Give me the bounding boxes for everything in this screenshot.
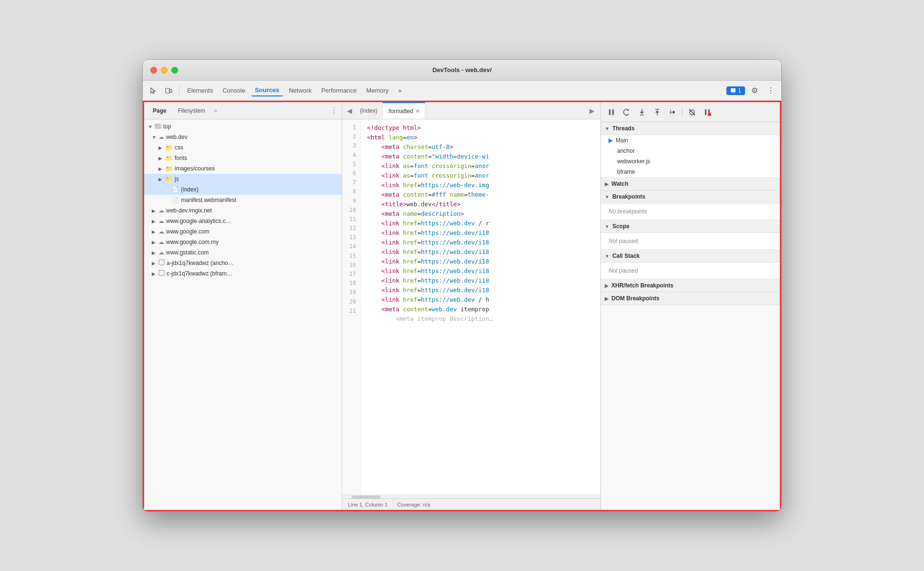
arrow-google: ▶: [152, 229, 158, 234]
label-index: (index): [181, 186, 199, 193]
file-icon-index: 📄: [172, 186, 179, 193]
label-images: images/courses: [175, 165, 215, 172]
tree-item-top[interactable]: ▼ top: [144, 121, 342, 132]
code-line-8: <meta content=#fff name=theme-: [367, 190, 595, 200]
line-num-1: 1: [346, 123, 356, 132]
tree-item-google[interactable]: ▶ ☁ www.google.com: [144, 226, 342, 237]
square-icon-anchor: [158, 259, 165, 267]
svg-rect-7: [612, 109, 614, 115]
window-title: DevTools - web.dev/: [432, 66, 492, 74]
maximize-button[interactable]: [171, 67, 178, 74]
threads-content: ▶ Main anchor webworker.js bframe: [601, 135, 780, 178]
editor-tabs: ◀ (index) :formatted ✕ ▶: [342, 102, 600, 119]
step-into-button[interactable]: [635, 106, 649, 119]
label-imgix: web-dev.imgix.net: [166, 207, 212, 214]
arrow-googlemy: ▶: [152, 240, 158, 245]
device-toolbar-icon[interactable]: [162, 84, 175, 97]
traffic-lights: [150, 67, 178, 74]
breakpoints-section-header[interactable]: ▼ Breakpoints: [601, 190, 780, 203]
code-line-6: <link as=font crossorigin=anor: [367, 171, 595, 180]
watch-section-header[interactable]: ▶ Watch: [601, 178, 780, 190]
code-line-17: <link href=https://web.dev/i18: [367, 276, 595, 286]
callstack-arrow: ▼: [605, 254, 609, 259]
cloud-icon-imgix: ☁: [158, 207, 164, 214]
tree-item-googlemy[interactable]: ▶ ☁ www.google.com.my: [144, 237, 342, 247]
thread-main[interactable]: ▶ Main: [601, 135, 780, 146]
folder-icon-css: 📁: [165, 144, 173, 151]
line-num-20: 20: [346, 297, 356, 307]
nav-back-icon[interactable]: ◀: [344, 105, 355, 116]
thread-webworker[interactable]: webworker.js: [601, 156, 780, 167]
pause-button[interactable]: [605, 106, 618, 119]
callstack-section-header[interactable]: ▼ Call Stack: [601, 250, 780, 263]
arrow-images: ▶: [158, 166, 165, 171]
horizontal-scrollbar[interactable]: [342, 495, 600, 498]
panel-menu-icon[interactable]: ⋮: [330, 106, 338, 115]
tree-item-bframe[interactable]: ▶ c-jdx1q7kwadwz (bfram…: [144, 268, 342, 279]
tree-item-webdev[interactable]: ▼ ☁ web.dev: [144, 132, 342, 142]
tree-item-manifest[interactable]: 📄 manifest.webmanifest: [144, 195, 342, 205]
tab-network[interactable]: Network: [285, 85, 315, 96]
middle-panel: ◀ (index) :formatted ✕ ▶ 1 2 3 4 5 6: [342, 102, 601, 510]
editor-tab-formatted[interactable]: :formatted ✕: [383, 102, 425, 119]
tab-memory[interactable]: Memory: [362, 85, 392, 96]
tree-item-js[interactable]: ▶ 📁 js: [144, 174, 342, 184]
code-line-1: <!doctype html>: [367, 123, 595, 133]
scrollbar-thumb[interactable]: [352, 496, 380, 498]
tree-item-gstatic[interactable]: ▶ ☁ www.gstatic.com: [144, 247, 342, 258]
threads-section-header[interactable]: ▼ Threads: [601, 122, 780, 135]
no-breakpoints-text: No breakpoints: [601, 203, 780, 220]
thread-anchor[interactable]: anchor: [601, 146, 780, 156]
tree-item-ga[interactable]: ▶ ☁ www.google-analytics.c…: [144, 216, 342, 226]
tab-elements[interactable]: Elements: [183, 85, 217, 96]
select-tool-icon[interactable]: [147, 84, 160, 97]
tree-item-fonts[interactable]: ▶ 📁 fonts: [144, 153, 342, 163]
close-button[interactable]: [150, 67, 157, 74]
tree-item-css[interactable]: ▶ 📁 css: [144, 142, 342, 153]
tab-page[interactable]: Page: [148, 106, 171, 116]
tab-filesystem[interactable]: Filesystem: [173, 106, 210, 116]
tree-item-index[interactable]: 📄 (index): [144, 184, 342, 195]
tab-sources[interactable]: Sources: [251, 85, 283, 96]
settings-icon[interactable]: ⚙: [748, 84, 761, 97]
thread-webworker-label: webworker.js: [617, 158, 650, 165]
tab-more-left[interactable]: »: [212, 106, 219, 115]
xhr-section-header[interactable]: ▶ XHR/fetch Breakpoints: [601, 279, 780, 292]
tab-performance[interactable]: Performance: [317, 85, 360, 96]
step-out-button[interactable]: [651, 106, 664, 119]
thread-bframe[interactable]: bframe: [601, 167, 780, 177]
tree-item-images[interactable]: ▶ 📁 images/courses: [144, 163, 342, 174]
tree-item-anchor[interactable]: ▶ a-jdx1q7kwadwz (ancho…: [144, 258, 342, 268]
main-content: Page Filesystem » ⋮ ▼ top: [143, 101, 781, 511]
file-icon-manifest: 📄: [172, 197, 179, 203]
arrow-gstatic: ▶: [152, 250, 158, 255]
tab-more[interactable]: »: [394, 85, 405, 96]
scope-section-header[interactable]: ▼ Scope: [601, 220, 780, 233]
pause-exceptions-button[interactable]: [701, 106, 714, 119]
tab-close-icon[interactable]: ✕: [415, 108, 420, 115]
menu-icon[interactable]: ⋮: [764, 84, 777, 97]
label-gstatic: www.gstatic.com: [166, 249, 209, 256]
minimize-button[interactable]: [161, 67, 168, 74]
tree-item-imgix[interactable]: ▶ ☁ web-dev.imgix.net: [144, 205, 342, 216]
tab-label-formatted: :formatted: [388, 108, 413, 115]
editor-tab-index[interactable]: (index): [355, 102, 383, 119]
run-snippet-icon[interactable]: ▶: [586, 105, 598, 116]
deactivate-button[interactable]: [685, 106, 699, 119]
line-num-8: 8: [346, 187, 356, 196]
code-line-18: <link href=https://web.dev/i18: [367, 286, 595, 295]
debugger-toolbar: [601, 102, 780, 122]
code-line-21: <meta itemprop description…: [367, 314, 595, 324]
code-line-4: <meta content="width=device-wi: [367, 152, 595, 161]
breakpoints-arrow: ▼: [605, 194, 609, 200]
step-button[interactable]: [666, 106, 679, 119]
arrow-ga: ▶: [152, 219, 158, 224]
step-over-button[interactable]: [620, 106, 633, 119]
tab-console[interactable]: Console: [219, 85, 249, 96]
code-line-15: <link href=https://web.dev/i18: [367, 257, 595, 266]
notification-badge[interactable]: 1: [726, 86, 745, 95]
dom-section-header[interactable]: ▶ DOM Breakpoints: [601, 292, 780, 305]
code-content[interactable]: <!doctype html> <html lang=en> <meta cha…: [361, 119, 600, 495]
label-anchor: a-jdx1q7kwadwz (ancho…: [167, 260, 234, 266]
svg-rect-2: [731, 88, 735, 92]
